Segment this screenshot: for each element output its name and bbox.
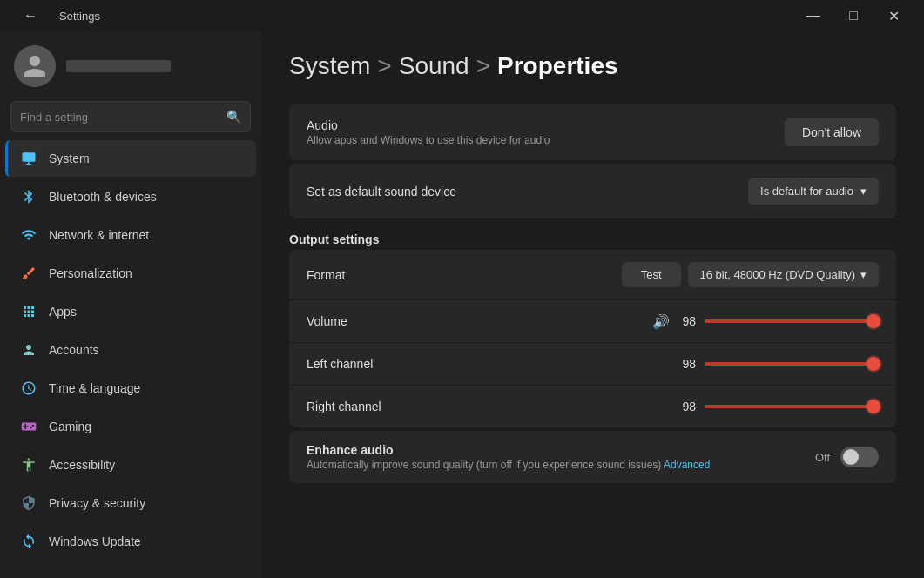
right-fill [705, 405, 875, 408]
test-button[interactable]: Test [622, 262, 681, 287]
default-device-card: Set as default sound device Is default f… [289, 164, 896, 218]
volume-fill [705, 319, 875, 323]
sidebar-item-bluetooth[interactable]: Bluetooth & devices [5, 178, 256, 215]
sidebar-label-personalization: Personalization [49, 266, 132, 280]
left-channel-slider[interactable] [705, 355, 879, 373]
sidebar-label-network: Network & internet [49, 228, 149, 242]
volume-value: 98 [678, 314, 696, 328]
dont-allow-button[interactable]: Don't allow [785, 118, 879, 146]
breadcrumb-sep2: > [476, 52, 490, 80]
volume-label: Volume [307, 314, 347, 328]
volume-thumb [867, 314, 880, 328]
avatar [14, 45, 56, 87]
left-fill [705, 362, 875, 366]
svg-rect-0 [23, 152, 36, 162]
sidebar-item-time[interactable]: Time & language [5, 370, 256, 407]
format-value: 16 bit, 48000 Hz (DVD Quality) [700, 268, 855, 281]
right-channel-label: Right channel [307, 400, 381, 413]
left-thumb [867, 357, 880, 371]
toggle-knob [843, 449, 859, 465]
sidebar-label-bluetooth: Bluetooth & devices [49, 190, 157, 204]
close-button[interactable]: ✕ [873, 0, 914, 31]
default-device-label: Set as default sound device [307, 185, 456, 198]
volume-slider[interactable] [705, 313, 879, 330]
format-row: Format Test 16 bit, 48000 Hz (DVD Qualit… [289, 250, 896, 299]
output-settings-header: Output settings [289, 232, 896, 246]
breadcrumb-sound: Sound [399, 52, 469, 80]
right-channel-slider[interactable] [705, 398, 879, 415]
sidebar-item-network[interactable]: Network & internet [5, 217, 256, 253]
network-icon [19, 225, 38, 245]
audio-subtitle: Allow apps and Windows to use this devic… [307, 134, 550, 146]
format-dropdown[interactable]: 16 bit, 48000 Hz (DVD Quality) ▾ [688, 262, 879, 287]
sidebar-label-system: System [49, 151, 90, 165]
right-channel-value: 98 [678, 400, 696, 413]
user-icon [22, 53, 48, 79]
sidebar-item-accessibility[interactable]: Accessibility [5, 447, 256, 483]
enhance-title: Enhance audio [307, 443, 710, 457]
right-channel-row: Right channel 98 [289, 386, 896, 427]
search-icon: 🔍 [226, 110, 241, 124]
sidebar-label-apps: Apps [49, 305, 77, 319]
default-device-dropdown[interactable]: Is default for audio ▾ [748, 178, 879, 205]
format-label: Format [307, 268, 345, 282]
content-area: System > Sound > Properties Audio Allow … [261, 31, 924, 578]
breadcrumb-sep1: > [377, 52, 391, 80]
window-controls: — □ ✕ [793, 0, 914, 31]
sidebar-item-accounts[interactable]: Accounts [5, 332, 256, 368]
sidebar-label-privacy: Privacy & security [49, 496, 145, 510]
audio-title: Audio [307, 118, 550, 132]
format-controls: Test 16 bit, 48000 Hz (DVD Quality) ▾ [622, 262, 879, 287]
advanced-link[interactable]: Advanced [664, 459, 710, 471]
right-channel-controls: 98 [678, 398, 879, 415]
toggle-off-label: Off [815, 451, 830, 464]
back-button[interactable]: ← [10, 0, 51, 31]
left-channel-row: Left channel 98 [289, 343, 896, 385]
breadcrumb: System > Sound > Properties [289, 52, 896, 80]
enhance-audio-row: Enhance audio Automatically improve soun… [289, 431, 896, 483]
breadcrumb-properties: Properties [497, 52, 618, 80]
breadcrumb-system: System [289, 52, 370, 80]
titlebar: ← Settings — □ ✕ [0, 0, 924, 31]
minimize-button[interactable]: — [793, 0, 833, 31]
accessibility-icon [19, 455, 38, 474]
sidebar-label-time: Time & language [49, 381, 140, 395]
sidebar-label-update: Windows Update [49, 534, 141, 548]
sidebar-item-privacy[interactable]: Privacy & security [5, 485, 256, 521]
left-track [705, 362, 879, 366]
left-channel-value: 98 [678, 357, 696, 371]
volume-track [705, 319, 879, 323]
sidebar-item-personalization[interactable]: Personalization [5, 255, 256, 292]
enhance-subtitle: Automatically improve sound quality (tur… [307, 459, 710, 471]
update-icon [19, 532, 38, 551]
search-box[interactable]: 🔍 [10, 101, 251, 132]
sidebar-item-apps[interactable]: Apps [5, 293, 256, 330]
profile-section [0, 31, 261, 97]
enhance-text: Enhance audio Automatically improve soun… [307, 443, 710, 471]
personalization-icon [19, 264, 38, 283]
audio-card-text: Audio Allow apps and Windows to use this… [307, 118, 550, 146]
left-channel-controls: 98 [678, 355, 879, 373]
apps-icon [19, 302, 38, 321]
volume-icon: 🔊 [652, 313, 670, 330]
audio-card: Audio Allow apps and Windows to use this… [289, 104, 896, 160]
privacy-icon [19, 494, 38, 513]
sidebar-item-system[interactable]: System [5, 140, 256, 177]
sidebar-label-accounts: Accounts [49, 343, 99, 357]
sidebar: 🔍 System Bluetooth & devices Network & i… [0, 31, 261, 578]
default-device-value: Is default for audio [760, 185, 853, 198]
sidebar-item-update[interactable]: Windows Update [5, 523, 256, 560]
enhance-subtitle-text: Automatically improve sound quality (tur… [307, 459, 661, 471]
maximize-button[interactable]: □ [833, 0, 873, 31]
search-input[interactable] [20, 111, 226, 124]
gaming-icon [19, 417, 38, 436]
format-chevron-icon: ▾ [860, 268, 867, 281]
right-thumb [867, 400, 880, 413]
chevron-down-icon: ▾ [860, 185, 867, 198]
time-icon [19, 379, 38, 398]
volume-controls: 🔊 98 [652, 313, 879, 330]
bluetooth-icon [19, 187, 38, 206]
sidebar-item-gaming[interactable]: Gaming [5, 408, 256, 445]
enhance-toggle[interactable] [840, 447, 879, 467]
right-track [705, 405, 879, 408]
